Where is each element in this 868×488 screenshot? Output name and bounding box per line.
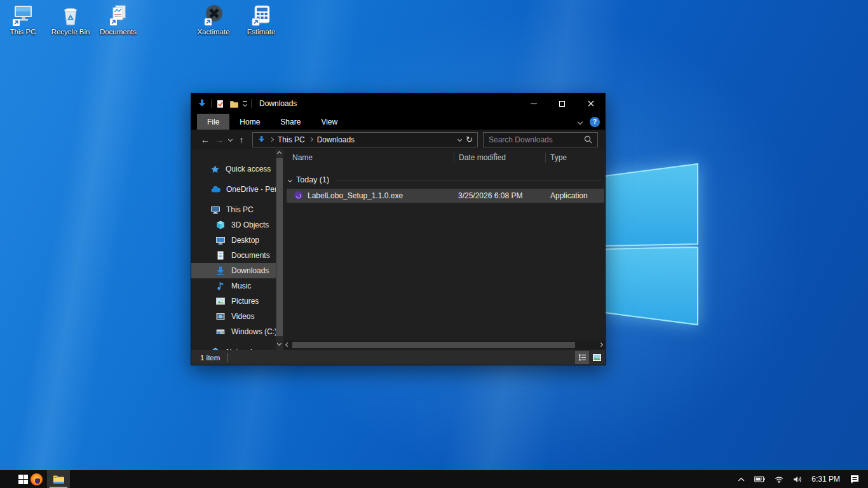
xactimate-icon bbox=[201, 4, 226, 27]
new-folder-icon[interactable] bbox=[229, 99, 239, 109]
desktop-icon-label: Documents bbox=[95, 28, 141, 36]
column-header-type[interactable]: Type bbox=[550, 153, 567, 162]
divider bbox=[251, 99, 252, 108]
cube-icon bbox=[215, 220, 226, 230]
address-bar[interactable]: This PC Downloads ↻ bbox=[252, 132, 478, 147]
desktop-icon-label: Recycle Bin bbox=[48, 28, 93, 36]
title-bar[interactable]: Downloads bbox=[191, 93, 605, 114]
taskbar-clock[interactable]: 6:31 PM bbox=[811, 475, 840, 484]
column-divider[interactable] bbox=[454, 152, 454, 163]
document-icon bbox=[215, 250, 226, 261]
this-pc-icon bbox=[11, 4, 35, 27]
collapse-group-icon[interactable] bbox=[288, 177, 292, 182]
thumbnail-view-button[interactable] bbox=[590, 351, 604, 364]
file-explorer-icon bbox=[53, 474, 65, 484]
sidebar-item-desktop[interactable]: Desktop bbox=[191, 233, 276, 248]
details-view-icon bbox=[578, 353, 587, 362]
scroll-right-icon[interactable] bbox=[599, 342, 603, 347]
qat-dropdown-icon[interactable] bbox=[243, 101, 247, 106]
desktop-icon-label: Xactimate bbox=[191, 28, 236, 36]
onedrive-cloud-icon bbox=[210, 185, 220, 194]
windows-logo-wallpaper bbox=[591, 152, 705, 337]
sidebar-item-documents[interactable]: Documents bbox=[191, 248, 276, 263]
search-box[interactable]: Search Downloads bbox=[483, 132, 598, 147]
desktop: This PC Recycle Bin Documents Xactimate bbox=[0, 0, 868, 488]
up-button[interactable]: ↑ bbox=[234, 135, 248, 145]
divider bbox=[227, 353, 228, 362]
desktop-icon-estimate[interactable]: Estimate bbox=[238, 4, 284, 36]
forward-button[interactable]: → bbox=[212, 135, 226, 145]
show-hidden-icons-icon[interactable] bbox=[738, 477, 745, 482]
maximize-button[interactable] bbox=[548, 93, 576, 114]
column-header-name[interactable]: Name bbox=[292, 153, 313, 162]
navigation-bar: ← → ↑ This PC Downloads ↻ Search Downloa… bbox=[191, 130, 605, 149]
sidebar-item-this-pc[interactable]: This PC bbox=[191, 202, 276, 217]
sidebar-item-videos[interactable]: Videos bbox=[191, 309, 276, 324]
desktop-icon-label: Estimate bbox=[238, 28, 284, 36]
sidebar-item-3d-objects[interactable]: 3D Objects bbox=[191, 217, 276, 233]
close-button[interactable] bbox=[576, 93, 605, 114]
sidebar-item-quick-access[interactable]: Quick access bbox=[191, 161, 276, 177]
address-dropdown-icon[interactable] bbox=[458, 137, 462, 142]
desktop-icon-xactimate[interactable]: Xactimate bbox=[191, 4, 236, 36]
sidebar-item-pictures[interactable]: Pictures bbox=[191, 294, 276, 309]
drive-icon bbox=[215, 327, 226, 337]
scroll-down-icon[interactable] bbox=[277, 341, 281, 346]
navigation-pane: Quick access OneDrive - Per This PC bbox=[191, 149, 283, 350]
status-bar: 1 item bbox=[191, 350, 605, 365]
column-header-date-modified[interactable]: Date modified bbox=[459, 153, 506, 162]
sidebar-item-network[interactable]: Network bbox=[191, 344, 276, 350]
music-note-icon bbox=[215, 281, 226, 291]
tab-home[interactable]: Home bbox=[229, 114, 270, 130]
breadcrumb-separator-icon bbox=[309, 137, 313, 142]
battery-icon[interactable] bbox=[754, 476, 765, 482]
scroll-up-icon[interactable] bbox=[277, 151, 281, 156]
scrollbar-thumb[interactable] bbox=[276, 158, 283, 336]
recycle-bin-icon bbox=[58, 4, 83, 27]
tab-file[interactable]: File bbox=[197, 114, 229, 130]
desktop-icon-recycle-bin[interactable]: Recycle Bin bbox=[48, 4, 93, 36]
breadcrumb-downloads[interactable]: Downloads bbox=[317, 135, 355, 144]
sidebar-item-windows-c[interactable]: Windows (C:) bbox=[191, 324, 276, 339]
details-view-button[interactable] bbox=[575, 351, 589, 364]
star-icon bbox=[210, 165, 220, 174]
search-icon[interactable] bbox=[584, 135, 592, 144]
scrollbar-thumb[interactable] bbox=[292, 342, 575, 348]
back-button[interactable]: ← bbox=[198, 135, 212, 145]
group-header-today[interactable]: Today (1) bbox=[288, 173, 601, 186]
picture-icon bbox=[215, 296, 226, 306]
wifi-icon[interactable] bbox=[775, 476, 783, 483]
sidebar-item-onedrive[interactable]: OneDrive - Per bbox=[191, 182, 276, 197]
taskbar-firefox-button[interactable] bbox=[28, 470, 44, 488]
downloads-folder-icon bbox=[197, 98, 207, 109]
sidebar-item-music[interactable]: Music bbox=[191, 278, 276, 294]
window-title: Downloads bbox=[259, 99, 297, 108]
desktop-icon-this-pc[interactable]: This PC bbox=[0, 4, 46, 36]
sidebar-item-downloads[interactable]: Downloads bbox=[191, 263, 276, 278]
item-count: 1 item bbox=[200, 354, 220, 362]
column-divider[interactable] bbox=[545, 152, 546, 163]
column-headers: Name Date modified Type bbox=[283, 149, 605, 166]
scroll-left-icon[interactable] bbox=[285, 342, 290, 347]
volume-icon[interactable] bbox=[793, 476, 802, 483]
sidebar-scrollbar[interactable] bbox=[276, 149, 283, 350]
breadcrumb-this-pc[interactable]: This PC bbox=[278, 135, 305, 144]
minimize-button[interactable] bbox=[519, 93, 548, 114]
application-file-icon bbox=[294, 191, 303, 200]
recent-locations-icon[interactable] bbox=[228, 137, 233, 142]
download-arrow-icon bbox=[215, 266, 226, 276]
refresh-icon[interactable]: ↻ bbox=[466, 135, 473, 144]
ribbon-collapse-icon[interactable] bbox=[578, 119, 583, 124]
breadcrumb-separator-icon bbox=[269, 137, 274, 142]
tab-share[interactable]: Share bbox=[270, 114, 311, 130]
action-center-icon[interactable] bbox=[850, 475, 860, 484]
horizontal-scrollbar[interactable] bbox=[283, 341, 605, 349]
tab-view[interactable]: View bbox=[311, 114, 348, 130]
firefox-icon bbox=[31, 473, 43, 485]
taskbar-explorer-button[interactable] bbox=[47, 470, 70, 488]
file-row[interactable]: LabelLobo_Setup_1.1.0.exe 3/25/2026 6:08… bbox=[287, 189, 604, 203]
help-button[interactable]: ? bbox=[590, 117, 600, 127]
properties-icon[interactable] bbox=[215, 99, 225, 109]
desktop-icon-documents[interactable]: Documents bbox=[95, 4, 141, 36]
taskbar: 6:31 PM bbox=[0, 470, 868, 488]
